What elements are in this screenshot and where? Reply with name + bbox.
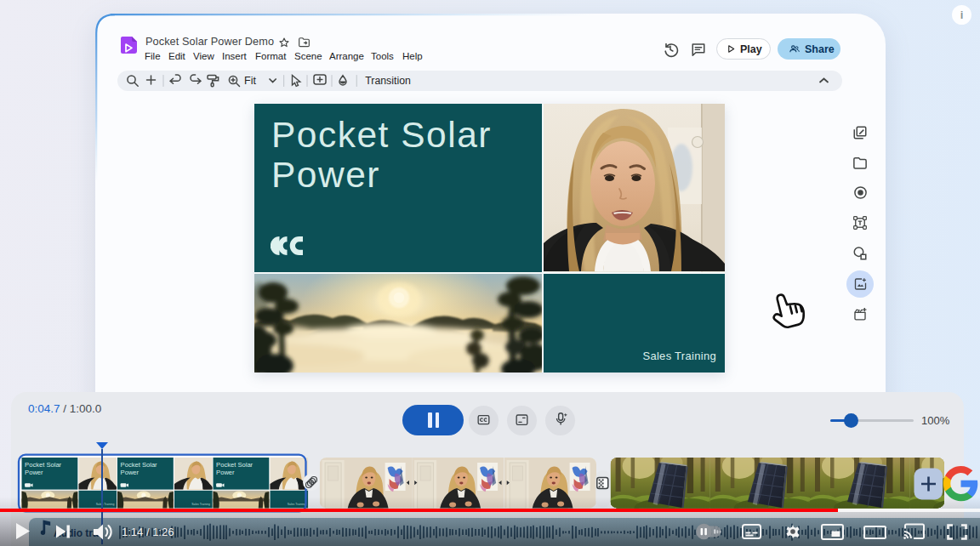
svg-text:Transition: Transition: [365, 75, 411, 87]
svg-text:Fit: Fit: [244, 75, 256, 87]
